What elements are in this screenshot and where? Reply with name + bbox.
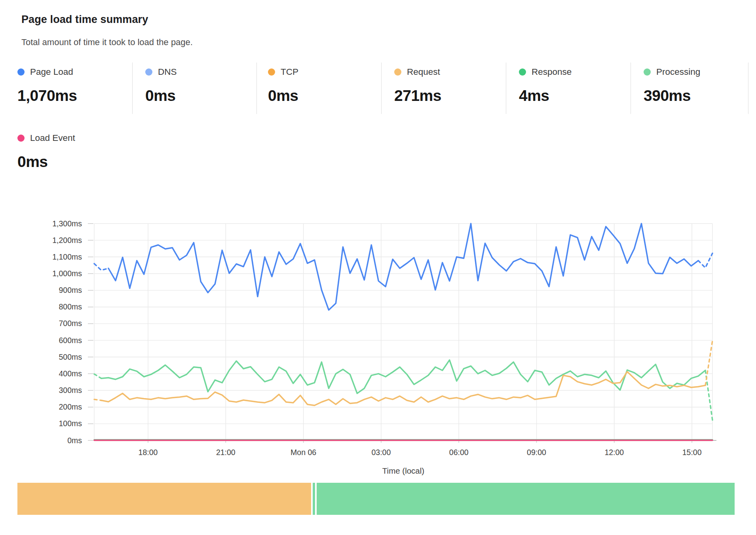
legend-value: 390ms — [644, 87, 700, 104]
x-tick-label: 09:00 — [527, 448, 546, 457]
status-timeline-bar[interactable] — [17, 483, 735, 515]
y-tick-label: 800ms — [59, 302, 82, 311]
load-event-dot-icon — [17, 135, 25, 142]
x-tick-label: 06:00 — [449, 448, 469, 457]
legend-value: 0ms — [268, 87, 298, 104]
y-tick-label: 700ms — [59, 319, 82, 328]
x-tick-label: 18:00 — [139, 448, 158, 457]
y-tick-label: 1,200ms — [52, 236, 82, 245]
y-tick-label: 1,300ms — [52, 219, 82, 228]
legend-value: 1,070ms — [17, 87, 77, 104]
x-tick-label: 03:00 — [371, 448, 391, 457]
series-page-load-dash-start — [94, 264, 108, 270]
dns-dot-icon — [145, 68, 152, 76]
y-tick-label: 400ms — [59, 369, 82, 378]
y-tick-label: 0ms — [67, 436, 82, 445]
legend-label: Processing — [656, 67, 700, 77]
legend-item-tcp[interactable]: TCP 0ms — [268, 63, 298, 104]
tcp-dot-icon — [268, 68, 275, 76]
y-tick-label: 1,100ms — [52, 252, 82, 261]
y-tick-label: 500ms — [59, 353, 82, 361]
x-tick-label: 12:00 — [604, 448, 624, 457]
x-tick-label: Mon 06 — [291, 448, 316, 457]
y-tick-label: 1,000ms — [52, 269, 82, 278]
legend-item-processing[interactable]: Processing 390ms — [644, 63, 700, 104]
legend-divider — [256, 63, 257, 114]
series-processing-line — [101, 360, 705, 393]
y-tick-label: 200ms — [59, 402, 82, 411]
legend-label: Request — [407, 67, 440, 77]
legend-item-response[interactable]: Response 4ms — [519, 63, 572, 104]
legend-label: Load Event — [30, 133, 75, 143]
page-load-time-chart[interactable]: 0ms100ms200ms300ms400ms500ms600ms700ms80… — [0, 174, 756, 479]
legend-divider — [506, 63, 506, 114]
x-tick-label: 21:00 — [216, 448, 236, 457]
page-title: Page load time summary — [21, 13, 148, 26]
status-bar-segment — [317, 483, 735, 515]
series-request-line — [101, 372, 705, 405]
legend-item-load-event[interactable]: Load Event 0ms — [17, 129, 75, 171]
legend-divider — [748, 63, 748, 114]
y-tick-label: 100ms — [59, 419, 82, 428]
legend-item-page-load[interactable]: Page Load 1,070ms — [17, 63, 77, 104]
series-page-load-line — [108, 224, 698, 310]
x-tick-label: 15:00 — [682, 448, 702, 457]
series-request-dash-start — [94, 399, 101, 400]
legend-value: 0ms — [145, 87, 177, 104]
x-axis-title: Time (local) — [382, 466, 424, 475]
legend-divider — [381, 63, 382, 114]
page-load-dot-icon — [17, 68, 25, 76]
legend-divider — [132, 63, 133, 114]
series-processing-dash-start — [94, 374, 101, 378]
response-dot-icon — [519, 68, 526, 76]
legend-label: Page Load — [30, 67, 73, 77]
legend-divider — [631, 63, 631, 114]
legend-value: 4ms — [519, 87, 572, 104]
legend-item-dns[interactable]: DNS 0ms — [145, 63, 177, 104]
processing-dot-icon — [644, 68, 651, 76]
legend-label: TCP — [281, 67, 298, 77]
y-tick-label: 900ms — [59, 286, 82, 294]
page-load-summary-panel: { "header": { "title": "Page load time s… — [0, 0, 756, 535]
legend-value: 271ms — [394, 87, 441, 104]
legend-value: 0ms — [17, 153, 75, 171]
request-dot-icon — [394, 68, 401, 76]
status-bar-segment — [17, 483, 311, 515]
legend-item-request[interactable]: Request 271ms — [394, 63, 441, 104]
page-subtitle: Total amount of time it took to load the… — [21, 37, 193, 47]
series-request-dash-end — [705, 341, 712, 385]
series-page-load-dash-end — [698, 253, 712, 268]
y-tick-label: 300ms — [59, 386, 82, 395]
y-tick-label: 600ms — [59, 336, 82, 345]
legend-label: Response — [532, 67, 572, 77]
legend-label: DNS — [158, 67, 177, 77]
